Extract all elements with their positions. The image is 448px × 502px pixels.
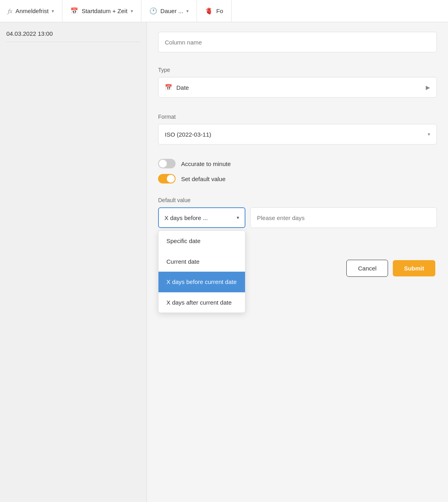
type-selector[interactable]: 📅 Date ▶ (158, 77, 437, 98)
type-section: Type 📅 Date ▶ (158, 67, 437, 98)
chevron-down-icon-3: ▾ (186, 8, 189, 14)
date-calendar-icon: 📅 (165, 84, 172, 91)
top-bar-item-form[interactable]: 🫀 Fo (197, 0, 232, 22)
format-value: ISO (2022-03-11) (165, 131, 211, 138)
dropdown-item-x-days-before[interactable]: X days before current date (158, 272, 245, 292)
default-value-section: Default value X days before ... ▾ Specif… (158, 197, 437, 228)
top-bar: 𝑓𝑥 Anmeldefrist ▾ 📅 Startdatum + Zeit ▾ … (0, 0, 448, 22)
heart-icon: 🫀 (205, 7, 213, 15)
accurate-to-minute-label: Accurate to minute (181, 160, 231, 167)
dropdown-item-label: Specific date (166, 237, 201, 244)
type-selector-left: 📅 Date (165, 84, 189, 91)
format-label: Format (158, 114, 437, 120)
clock-icon: 🕐 (149, 7, 157, 15)
left-panel: 04.03.2022 13:00 (0, 22, 147, 502)
top-bar-label-form: Fo (216, 8, 223, 14)
toggle-knob-2 (167, 175, 175, 183)
default-value-label: Default value (158, 197, 437, 203)
set-default-value-label: Set default value (181, 176, 226, 182)
dropdown-item-label: X days before current date (166, 278, 237, 285)
format-section: Format ISO (2022-03-11) ▾ (158, 114, 437, 145)
format-chevron-icon: ▾ (428, 131, 430, 137)
dropdown-item-x-days-after[interactable]: X days after current date (158, 292, 245, 313)
calendar-icon: 📅 (70, 7, 78, 15)
set-default-value-row: Set default value (158, 174, 437, 183)
top-bar-label-duration: Dauer ... (160, 8, 183, 14)
top-bar-label-startdate: Startdatum + Zeit (81, 8, 127, 14)
column-name-input[interactable] (158, 32, 437, 52)
top-bar-item-startdate[interactable]: 📅 Startdatum + Zeit ▾ (62, 0, 141, 22)
set-default-value-toggle[interactable] (158, 174, 176, 183)
days-input[interactable] (250, 207, 437, 228)
accurate-to-minute-toggle[interactable] (158, 159, 176, 168)
top-bar-label-formula: Anmeldefrist (15, 8, 48, 14)
chevron-down-icon-2: ▾ (131, 8, 133, 14)
default-value-dropdown[interactable]: X days before ... ▾ (158, 207, 245, 228)
column-name-section (158, 32, 437, 52)
dropdown-menu: Specific date Current date X days before… (158, 230, 245, 313)
date-display: 04.03.2022 13:00 (6, 30, 140, 42)
formula-icon: 𝑓𝑥 (8, 8, 12, 15)
dropdown-item-specific-date[interactable]: Specific date (158, 231, 245, 251)
format-dropdown[interactable]: ISO (2022-03-11) ▾ (158, 124, 437, 145)
top-bar-item-duration[interactable]: 🕐 Dauer ... ▾ (141, 0, 197, 22)
default-value-chevron-icon: ▾ (237, 215, 239, 220)
cancel-button[interactable]: Cancel (346, 260, 388, 277)
default-value-row: X days before ... ▾ Specific date Curren… (158, 207, 437, 228)
default-value-selected-text: X days before ... (164, 214, 208, 221)
dropdown-item-label: X days after current date (166, 299, 232, 306)
chevron-down-icon: ▾ (52, 8, 54, 14)
type-arrow-icon: ▶ (426, 84, 430, 91)
dropdown-item-label: Current date (166, 258, 199, 265)
type-label: Type (158, 67, 437, 73)
accurate-to-minute-row: Accurate to minute (158, 159, 437, 168)
submit-button[interactable]: Submit (393, 260, 435, 276)
right-panel: Type 📅 Date ▶ Format ISO (2022-03-11) ▾ (147, 22, 448, 502)
toggle-knob (159, 160, 167, 168)
top-bar-item-formula[interactable]: 𝑓𝑥 Anmeldefrist ▾ (0, 0, 62, 22)
content-area: 04.03.2022 13:00 Type 📅 Date ▶ Format IS (0, 22, 448, 502)
type-value: Date (176, 84, 189, 91)
dropdown-item-current-date[interactable]: Current date (158, 251, 245, 272)
